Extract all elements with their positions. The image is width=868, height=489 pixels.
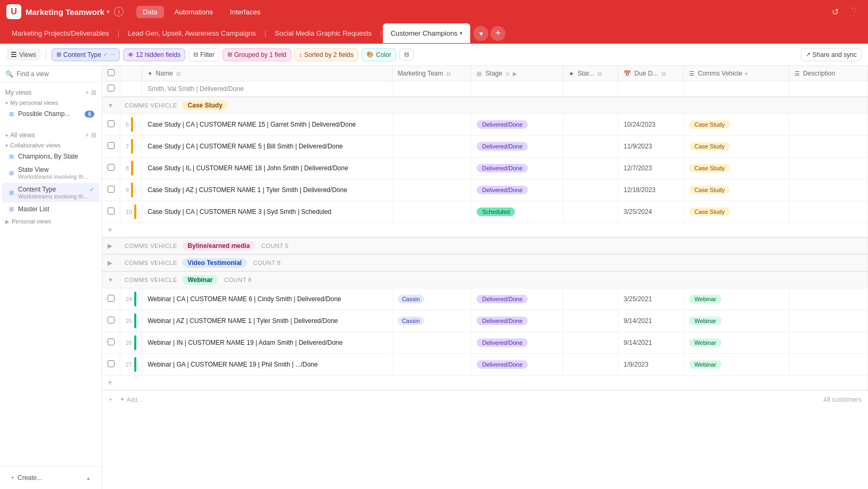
row-checkbox[interactable] (108, 142, 114, 149)
group-collapse-btn[interactable]: ▼ (108, 277, 113, 283)
table-row: 24 Webinar | CA | CUSTOMER NAME 6 | Cind… (102, 288, 868, 310)
hidden-fields-btn[interactable]: 👁 12 hidden fields (123, 48, 185, 61)
sidebar-item-state-view[interactable]: ⊞ State View Workstreams involving th... (2, 163, 100, 183)
grouped-btn[interactable]: ⊞ Grouped by 1 field (223, 48, 291, 61)
tab-divider-1: | (117, 29, 120, 37)
help-icon[interactable]: ❓ (847, 4, 862, 19)
history-icon[interactable]: ↺ (828, 4, 842, 19)
sidebar-item-champions-by-state[interactable]: ⊞ Champions, By State (2, 150, 100, 163)
content-type-checkmark: ✓ (103, 52, 108, 57)
star-sort-icon: ⊟ (597, 71, 602, 77)
sort-icon: ↕ (299, 52, 302, 58)
stage-badge: Delivered/Done (477, 360, 528, 369)
share-sync-btn[interactable]: ↗ Share and sync (801, 48, 862, 61)
table-row: 6 Case Study | CA | CUSTOMER NAME 15 | G… (102, 114, 868, 136)
row-checkbox[interactable] (108, 360, 114, 367)
stage-badge: Delivered/Done (477, 164, 528, 172)
add-all-view-btn[interactable]: + (85, 131, 89, 139)
add-my-view-btn[interactable]: + (85, 89, 89, 96)
row-height-btn[interactable]: ⊟ (399, 48, 414, 61)
row-checkbox[interactable] (108, 338, 114, 345)
sidebar-item-content-type[interactable]: ⊞ Content Type ✓ Workstreams involving t… (2, 183, 100, 202)
group-header-row: ▼ COMMS VEHICLE Case Study (102, 97, 868, 114)
stage-badge: Delivered/Done (477, 142, 528, 151)
row-number: 24 (126, 296, 132, 302)
tab-lead-gen[interactable]: Lead Gen, Upsell, Awareness Campaigns (120, 23, 263, 43)
col-desc[interactable]: ☰ Description (789, 66, 867, 81)
tab-customer-champions[interactable]: Customer Champions ▾ (383, 23, 470, 43)
group-collapse-btn[interactable]: ▶ (108, 260, 112, 266)
group-badge: Byline/earned media (182, 241, 255, 251)
personal-views-chevron[interactable]: ▾ (5, 100, 8, 106)
row-checkbox[interactable] (108, 120, 114, 127)
name-sort-icon: ⊟ (176, 71, 181, 77)
col-checkbox[interactable] (102, 66, 120, 81)
data-table: ✦ Name ⊟ Marketing Team ⊟ ◎ Stage ⊙ ▶ (102, 66, 868, 390)
group-header-row: ▶ COMMS VEHICLE Byline/earned media Coun… (102, 237, 868, 254)
col-comms[interactable]: ☰ Comms Vehicle ▾ (684, 66, 789, 81)
personal-views-header: ▶ Personal views (0, 216, 102, 227)
search-input[interactable] (17, 70, 96, 78)
row-checkbox[interactable] (108, 164, 114, 171)
group-collapse-btn[interactable]: ▼ (108, 102, 113, 109)
select-all-checkbox[interactable] (108, 69, 114, 76)
row-number: 8 (126, 165, 129, 171)
app-title[interactable]: Marketing Teamwork ▾ (26, 7, 110, 16)
group-count: Count 8 (224, 277, 252, 283)
col-stage[interactable]: ◎ Stage ⊙ ▶ (471, 66, 563, 81)
group-label: COMMS VEHICLE (125, 260, 177, 266)
nav-data[interactable]: Data (136, 6, 163, 18)
due-sort-icon: ⊟ (661, 71, 666, 77)
add-row[interactable]: + (102, 223, 868, 238)
col-team[interactable]: Marketing Team ⊟ (392, 66, 471, 81)
filter-btn[interactable]: ⊟ Filter (189, 48, 219, 61)
table-header-row: ✦ Name ⊟ Marketing Team ⊟ ◎ Stage ⊙ ▶ (102, 66, 868, 81)
all-views-chevron[interactable]: ▾ (5, 132, 8, 138)
tab-marketing-projects[interactable]: Marketing Projects/Deliverables (4, 23, 117, 43)
comms-dropdown-icon: ▾ (745, 71, 748, 77)
stage-badge: Delivered/Done (477, 295, 528, 303)
expand-my-views-btn[interactable]: ⊞ (91, 89, 96, 96)
row-checkbox[interactable] (108, 317, 114, 324)
row-checkbox[interactable] (108, 295, 114, 302)
sidebar-item-possible-champ[interactable]: ⊞ Possible Champ... 6 (2, 107, 100, 120)
row-color-bar (134, 335, 136, 350)
sidebar-item-master-list[interactable]: ⊞ Master List (2, 203, 100, 216)
row-checkbox[interactable] (108, 85, 114, 92)
tab-social-media[interactable]: Social Media Graphic Requests (267, 23, 379, 43)
stage-badge: Delivered/Done (477, 186, 528, 194)
col-star[interactable]: ★ Star... ⊟ (563, 66, 618, 81)
nav-interfaces[interactable]: Interfaces (224, 6, 267, 18)
col-due[interactable]: 📅 Due D... ⊟ (618, 66, 683, 81)
group-collapse-btn[interactable]: ▶ (108, 243, 112, 249)
group-icon: ⊞ (227, 51, 232, 58)
comms-badge: Case Study (689, 142, 730, 151)
row-color-bar (134, 357, 136, 372)
table-view-icon-4: ⊞ (7, 189, 15, 196)
sidebar: 🔍 My views + ⊞ ▾ My personal views ⊞ Pos… (0, 66, 102, 489)
bottom-bar: + ✦ Add... 48 customers (102, 390, 868, 408)
row-number: 10 (126, 209, 132, 215)
tab-more-button[interactable]: ▾ (473, 26, 488, 41)
app-logo[interactable]: U (6, 4, 21, 19)
info-icon[interactable]: i (114, 7, 124, 16)
row-color-bar (131, 161, 133, 176)
row-checkbox[interactable] (108, 186, 114, 193)
collaborative-chevron[interactable]: ▾ (5, 143, 8, 148)
color-btn[interactable]: 🎨 Color (362, 48, 396, 61)
tab-add-button[interactable]: + (490, 26, 505, 41)
row-checkbox[interactable] (108, 208, 114, 214)
nav-automations[interactable]: Automations (168, 6, 219, 18)
add-field-btn[interactable]: ✦ Add... (117, 394, 145, 405)
expand-all-views-btn[interactable]: ⊞ (91, 131, 96, 139)
col-name[interactable]: ✦ Name ⊟ (142, 66, 392, 81)
personal-views-chevron-2[interactable]: ▶ (5, 219, 10, 225)
row-color-bar (131, 183, 133, 197)
my-views-section: My views + ⊞ ▾ My personal views ⊞ Possi… (0, 82, 102, 125)
content-type-btn[interactable]: ⊞ Content Type ✓ ⋯ (52, 48, 120, 61)
table-row: 25 Webinar | AZ | CUSTOMER NAME 1 | Tyle… (102, 310, 868, 332)
sorted-btn[interactable]: ↕ Sorted by 2 fields (294, 48, 358, 61)
add-row[interactable]: + (102, 376, 868, 390)
views-toggle[interactable]: ☰ Views (6, 48, 40, 61)
create-button[interactable]: + Create... ▲ (5, 471, 96, 485)
